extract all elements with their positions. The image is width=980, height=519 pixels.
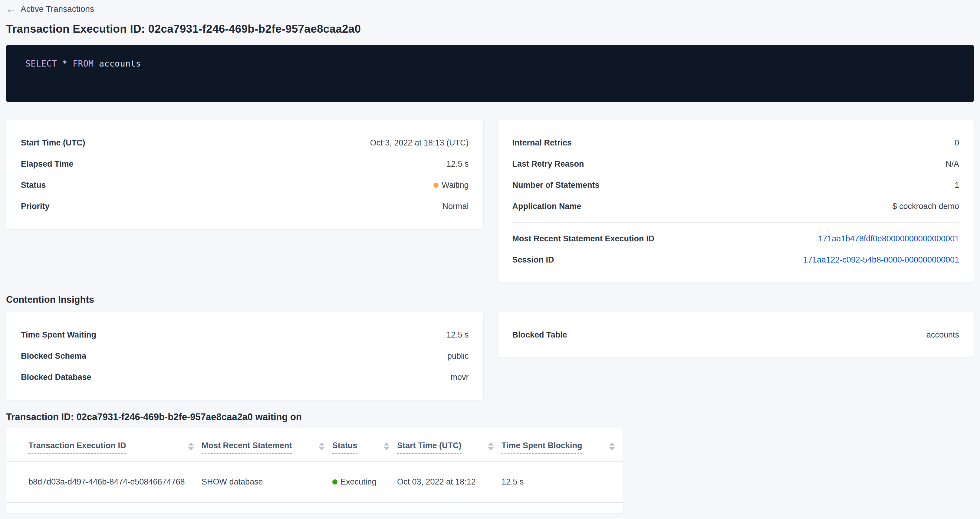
start-time-row: Start Time (UTC) Oct 3, 2022 at 18:13 (U… [21,132,469,153]
status-dot-waiting-icon [433,183,439,188]
transaction-details-page: ← Active Transactions Transaction Execut… [0,0,980,519]
sort-icon[interactable] [319,443,325,453]
cell-transaction-execution-id: b8d7d03a-d497-446b-8474-e50846674768 [6,462,202,503]
column-header-status[interactable]: Status [332,428,397,462]
contention-right-card: Blocked Table accounts [498,312,974,358]
waiting-on-table: Transaction Execution ID Most Recent Sta… [6,428,622,503]
elapsed-time-row: Elapsed Time 12.5 s [21,153,469,175]
waiting-on-heading: Transaction ID: 02ca7931-f246-469b-b2fe-… [6,411,974,423]
internal-retries-value: 0 [955,138,959,148]
column-header-time-spent-blocking[interactable]: Time Spent Blocking [501,428,622,462]
time-spent-waiting-row: Time Spent Waiting 12.5 s [21,324,469,345]
time-spent-waiting-label: Time Spent Waiting [21,330,96,340]
internal-retries-row: Internal Retries 0 [512,132,959,153]
sql-table-identifier: accounts [99,59,141,69]
number-of-statements-row: Number of Statements 1 [512,175,959,196]
cell-start-time: Oct 03, 2022 at 18:12 [397,462,501,503]
overview-card: Start Time (UTC) Oct 3, 2022 at 18:13 (U… [6,120,484,229]
application-name-row: Application Name $ cockroach demo [512,196,959,217]
last-retry-reason-row: Last Retry Reason N/A [512,153,959,175]
session-id-row: Session ID 171aa122-c092-54b8-0000-00000… [512,249,959,270]
cell-status: Executing [332,462,397,503]
statement-execution-id-label: Most Recent Statement Execution ID [512,233,655,244]
session-id-link[interactable]: 171aa122-c092-54b8-0000-000000000001 [803,255,959,265]
blocked-table-value: accounts [926,330,959,340]
blocked-schema-label: Blocked Schema [21,351,86,361]
column-header-start-time[interactable]: Start Time (UTC) [397,428,501,462]
statement-execution-id-row: Most Recent Statement Execution ID 171aa… [512,228,959,249]
cell-status-text: Executing [340,477,377,487]
page-title: Transaction Execution ID: 02ca7931-f246-… [6,22,974,36]
sort-icon[interactable] [188,443,194,453]
internal-retries-label: Internal Retries [512,138,572,148]
cell-most-recent-statement: SHOW database [202,462,332,503]
table-header-row: Transaction Execution ID Most Recent Sta… [6,428,622,462]
table-row: b8d7d03a-d497-446b-8474-e50846674768 SHO… [6,462,622,503]
elapsed-time-label: Elapsed Time [21,159,73,169]
priority-value: Normal [442,201,469,211]
blocked-database-label: Blocked Database [21,372,91,382]
blocked-database-row: Blocked Database movr [21,367,469,388]
status-value-text: Waiting [442,180,469,190]
status-label: Status [21,180,46,190]
arrow-left-icon: ← [6,5,16,14]
sql-star: * [62,59,67,69]
status-badge: Waiting [433,180,469,190]
start-time-label: Start Time (UTC) [21,138,85,148]
blocked-database-value: movr [451,372,469,382]
elapsed-time-value: 12.5 s [446,159,469,169]
sql-keyword-select: SELECT [25,59,57,69]
application-name-label: Application Name [512,201,581,211]
blocked-table-row: Blocked Table accounts [512,324,959,345]
blocked-table-label: Blocked Table [512,330,567,340]
sort-icon[interactable] [488,443,494,453]
start-time-value: Oct 3, 2022 at 18:13 (UTC) [370,138,469,148]
last-retry-reason-label: Last Retry Reason [512,159,584,169]
status-row: Status Waiting [21,175,469,196]
back-link-label: Active Transactions [21,4,94,14]
application-name-value: $ cockroach demo [892,201,959,211]
number-of-statements-label: Number of Statements [512,180,600,190]
sort-icon[interactable] [609,443,615,453]
blocked-schema-value: public [447,351,469,361]
back-link[interactable]: ← Active Transactions [6,0,94,14]
cell-time-spent-blocking: 12.5 s [501,462,622,503]
last-retry-reason-value: N/A [945,159,959,169]
summary-cards-row: Start Time (UTC) Oct 3, 2022 at 18:13 (U… [6,120,974,283]
column-header-most-recent-statement[interactable]: Most Recent Statement [202,428,332,462]
session-id-label: Session ID [512,255,554,265]
priority-label: Priority [21,201,49,211]
statement-execution-id-link[interactable]: 171aa1b478fdf0e80000000000000001 [818,233,959,244]
blocked-schema-row: Blocked Schema public [21,345,469,367]
column-header-transaction-execution-id[interactable]: Transaction Execution ID [6,428,202,462]
status-dot-executing-icon [332,479,337,484]
details-card: Internal Retries 0 Last Retry Reason N/A… [498,120,974,283]
sql-statement-box: SELECT * FROM accounts [6,45,974,102]
contention-cards-row: Time Spent Waiting 12.5 s Blocked Schema… [6,312,974,400]
priority-row: Priority Normal [21,196,469,217]
contention-insights-heading: Contention Insights [6,294,974,306]
waiting-on-table-card: Transaction Execution ID Most Recent Sta… [6,428,623,513]
sql-keyword-from: FROM [73,59,94,69]
number-of-statements-value: 1 [955,180,959,190]
sort-icon[interactable] [384,443,389,453]
time-spent-waiting-value: 12.5 s [446,330,469,340]
contention-left-card: Time Spent Waiting 12.5 s Blocked Schema… [6,312,484,400]
